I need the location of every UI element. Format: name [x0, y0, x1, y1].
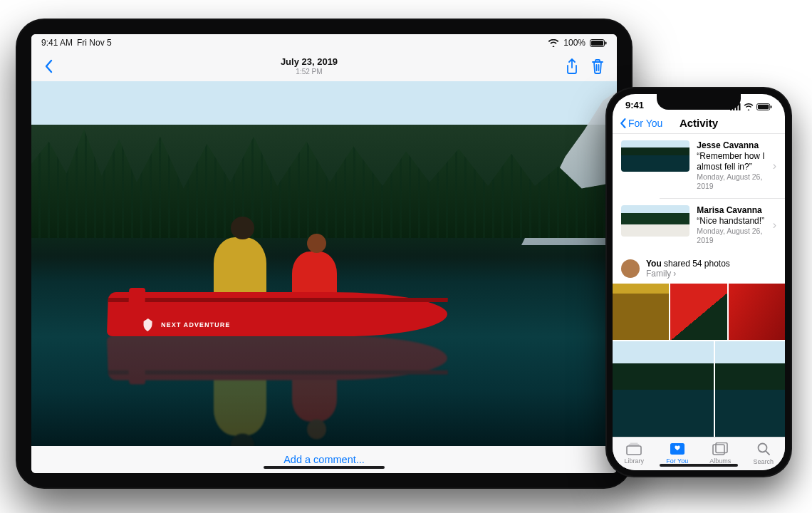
- activity-date: Monday, August 26, 2019: [697, 227, 765, 245]
- chevron-right-icon: ›: [773, 160, 776, 172]
- chevron-right-icon: ›: [773, 219, 776, 232]
- iphone-device: 9:41 For You Activity Jesse Cavanna “Rem…: [605, 87, 792, 477]
- search-icon: [756, 442, 771, 456]
- ipad-statusbar: 9:41 AM Fri Nov 5 100%: [31, 34, 617, 51]
- shared-album: Family: [646, 269, 671, 279]
- ipad-home-indicator[interactable]: [264, 466, 385, 469]
- library-icon: [626, 442, 642, 455]
- iphone-navbar: For You Activity: [613, 113, 785, 135]
- ipad-device: 9:41 AM Fri Nov 5 100% July 23,: [16, 19, 633, 489]
- avatar: [621, 259, 640, 278]
- photo-viewer[interactable]: NEXT ADVENTURE: [31, 81, 617, 446]
- battery-icon: [590, 39, 607, 47]
- activity-item[interactable]: Jesse Cavanna “Remember how I almost fel…: [613, 134, 785, 197]
- svg-rect-1: [591, 41, 603, 46]
- shared-you: You: [646, 259, 662, 269]
- canoe-illustration: NEXT ADVENTURE: [108, 256, 447, 337]
- shared-section-header[interactable]: You shared 54 photos Family ›: [613, 252, 785, 284]
- svg-rect-11: [629, 445, 640, 446]
- tab-label: Library: [624, 457, 644, 465]
- trash-button[interactable]: [591, 58, 604, 74]
- svg-rect-9: [771, 105, 772, 108]
- activity-date: Monday, August 26, 2019: [697, 172, 765, 191]
- iphone-home-indicator[interactable]: [660, 464, 738, 467]
- tab-label: Search: [753, 458, 774, 465]
- ipad-status-battery-pct: 100%: [563, 38, 585, 48]
- chevron-right-icon: ›: [673, 269, 676, 279]
- ipad-status-date: Fri Nov 5: [77, 38, 112, 48]
- for-you-icon: [670, 442, 685, 455]
- ipad-screen: 9:41 AM Fri Nov 5 100% July 23,: [31, 34, 617, 473]
- back-label: For You: [628, 118, 662, 129]
- activity-thumb: [621, 205, 689, 237]
- ipad-navbar: July 23, 2019 1:52 PM: [31, 51, 617, 81]
- photo-tile[interactable]: [729, 284, 785, 340]
- photo-time: 1:52 PM: [296, 68, 322, 76]
- share-button[interactable]: [566, 58, 578, 74]
- notch: [657, 94, 741, 110]
- add-comment-button[interactable]: Add a comment...: [283, 454, 365, 465]
- activity-thumb: [621, 140, 689, 172]
- photo-grid-row: [613, 284, 785, 341]
- activity-user: Jesse Cavanna: [697, 140, 759, 150]
- photo-date: July 23, 2019: [281, 57, 338, 68]
- wifi-icon: [548, 39, 559, 47]
- svg-rect-10: [627, 446, 641, 455]
- svg-rect-8: [758, 105, 769, 109]
- battery-icon: [756, 103, 772, 110]
- photo-tile[interactable]: [613, 284, 669, 340]
- activity-list[interactable]: Jesse Cavanna “Remember how I almost fel…: [613, 134, 785, 436]
- activity-message: “Nice handstand!”: [697, 216, 764, 226]
- photo-tile[interactable]: [670, 284, 727, 340]
- ipad-status-time: 9:41 AM: [41, 38, 73, 48]
- tab-search[interactable]: Search: [742, 437, 786, 470]
- photo-content: NEXT ADVENTURE: [31, 81, 617, 446]
- tab-library[interactable]: Library: [613, 437, 656, 470]
- activity-item[interactable]: Marisa Cavanna “Nice handstand!” Monday,…: [613, 199, 785, 252]
- activity-message: “Remember how I almost fell in?”: [697, 151, 764, 172]
- canoe-badge-text: NEXT ADVENTURE: [161, 321, 231, 328]
- svg-rect-2: [605, 41, 607, 44]
- albums-icon: [712, 442, 728, 455]
- page-title: Activity: [680, 117, 718, 129]
- svg-line-17: [766, 452, 769, 455]
- iphone-status-time: 9:41: [625, 100, 644, 110]
- wifi-icon: [744, 103, 754, 110]
- photo-tile[interactable]: [613, 341, 714, 437]
- back-button[interactable]: [44, 59, 53, 73]
- activity-user: Marisa Cavanna: [697, 205, 761, 215]
- comment-bar: Add a comment...: [31, 446, 617, 473]
- photo-grid-row: [613, 341, 785, 437]
- svg-rect-12: [630, 443, 638, 445]
- back-button[interactable]: For You: [620, 118, 662, 129]
- photo-tile[interactable]: [715, 341, 785, 437]
- iphone-screen: 9:41 For You Activity Jesse Cavanna “Rem…: [613, 94, 785, 470]
- shared-text: shared 54 photos: [662, 259, 730, 269]
